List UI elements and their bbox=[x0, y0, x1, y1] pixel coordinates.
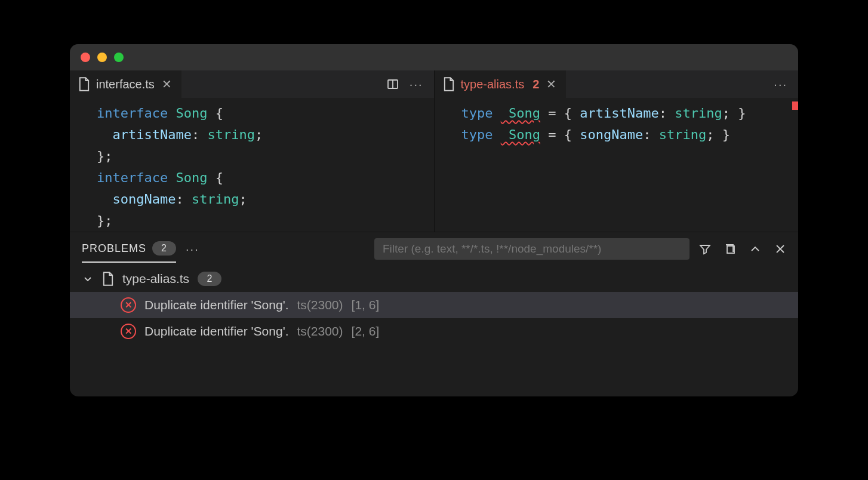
panel-more-tabs-icon[interactable]: ··· bbox=[186, 242, 199, 256]
problem-item[interactable]: ✕ Duplicate identifier 'Song'. ts(2300) … bbox=[70, 292, 798, 318]
more-actions-icon[interactable]: ··· bbox=[774, 78, 787, 91]
tab-bar-left: interface.ts ✕ ··· bbox=[70, 70, 434, 98]
error-squiggle: Song bbox=[501, 106, 540, 121]
tab-type-alias-ts[interactable]: type-alias.ts 2 ✕ bbox=[435, 70, 567, 98]
tab-close-button[interactable]: ✕ bbox=[545, 77, 558, 91]
code-editor-left[interactable]: interface Song { artistName: string; }; … bbox=[70, 98, 434, 232]
tab-bar-right: type-alias.ts 2 ✕ ··· bbox=[435, 70, 799, 98]
file-icon bbox=[443, 77, 455, 91]
tab-close-button[interactable]: ✕ bbox=[161, 77, 173, 91]
problem-location: [2, 6] bbox=[352, 324, 380, 339]
split-editor-icon[interactable] bbox=[387, 78, 399, 90]
editor-right: type-alias.ts 2 ✕ ··· type Song = { arti… bbox=[434, 70, 799, 232]
bottom-panel: PROBLEMS 2 ··· type-alias.ts 2 ✕ D bbox=[70, 232, 798, 370]
titlebar bbox=[70, 44, 798, 70]
problems-file-count: 2 bbox=[198, 272, 221, 286]
vscode-window: interface.ts ✕ ··· interface Song { arti… bbox=[70, 44, 798, 396]
problems-filter-input[interactable] bbox=[374, 238, 690, 260]
problems-count-badge: 2 bbox=[152, 241, 176, 256]
problems-file-group[interactable]: type-alias.ts 2 bbox=[70, 266, 798, 292]
panel-tab-label: PROBLEMS bbox=[82, 242, 146, 255]
problem-code: ts(2300) bbox=[297, 324, 343, 339]
editor-actions-right: ··· bbox=[774, 70, 798, 98]
traffic-minimize-button[interactable] bbox=[97, 53, 107, 62]
traffic-zoom-button[interactable] bbox=[114, 53, 124, 62]
error-icon: ✕ bbox=[121, 324, 136, 339]
problem-message: Duplicate identifier 'Song'. bbox=[144, 324, 289, 339]
chevron-up-icon[interactable] bbox=[749, 243, 761, 255]
collapse-all-icon[interactable] bbox=[724, 243, 736, 255]
problem-message: Duplicate identifier 'Song'. bbox=[144, 298, 289, 312]
editor-left: interface.ts ✕ ··· interface Song { arti… bbox=[70, 70, 434, 232]
error-squiggle: Song bbox=[501, 127, 540, 142]
problem-code: ts(2300) bbox=[297, 298, 343, 312]
error-icon: ✕ bbox=[121, 297, 136, 313]
file-icon bbox=[102, 272, 114, 286]
file-icon bbox=[78, 77, 90, 91]
problems-file-name: type-alias.ts bbox=[122, 272, 189, 286]
overview-ruler-error bbox=[792, 101, 798, 110]
tab-filename: type-alias.ts bbox=[461, 78, 525, 91]
panel-header: PROBLEMS 2 ··· bbox=[70, 232, 798, 266]
chevron-down-icon bbox=[82, 273, 94, 285]
problems-list: type-alias.ts 2 ✕ Duplicate identifier '… bbox=[70, 266, 798, 370]
problem-item[interactable]: ✕ Duplicate identifier 'Song'. ts(2300) … bbox=[70, 318, 798, 344]
panel-tab-problems[interactable]: PROBLEMS 2 bbox=[82, 241, 176, 263]
traffic-close-button[interactable] bbox=[81, 53, 90, 62]
editor-actions-left: ··· bbox=[387, 70, 434, 98]
more-actions-icon[interactable]: ··· bbox=[410, 78, 423, 91]
close-panel-icon[interactable] bbox=[774, 243, 786, 255]
code-editor-right[interactable]: type Song = { artistName: string; } type… bbox=[435, 98, 799, 232]
tab-error-count: 2 bbox=[533, 78, 539, 91]
panel-action-icons bbox=[699, 243, 786, 255]
editor-group-container: interface.ts ✕ ··· interface Song { arti… bbox=[70, 70, 798, 232]
tab-filename: interface.ts bbox=[96, 78, 155, 91]
tab-interface-ts[interactable]: interface.ts ✕ bbox=[70, 70, 181, 98]
filter-icon[interactable] bbox=[699, 243, 711, 255]
problem-location: [1, 6] bbox=[352, 298, 380, 312]
